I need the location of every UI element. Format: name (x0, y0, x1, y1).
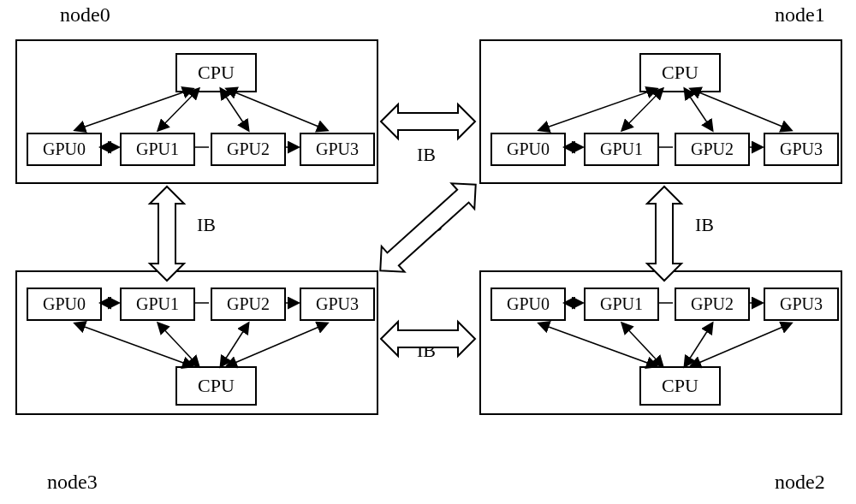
node1-gpu0: GPU0 (490, 133, 566, 166)
node2-cpu: CPU (639, 366, 721, 406)
node1-gpu1: GPU1 (584, 133, 659, 166)
ib-label-top: IB (417, 144, 436, 166)
ib-arrow-left (150, 187, 184, 281)
ib-label-left: IB (197, 214, 216, 236)
node2-gpu2: GPU2 (675, 288, 750, 321)
node0-gpu0: GPU0 (27, 133, 102, 166)
ib-arrow-top (381, 104, 475, 139)
node3-gpu3: GPU3 (300, 288, 375, 321)
ib-label-bottom: IB (417, 340, 436, 362)
label-node2: node2 (775, 471, 825, 494)
node0-gpu3: GPU3 (300, 133, 375, 166)
node0-cpu: CPU (175, 53, 257, 92)
node1-cpu: CPU (639, 53, 721, 92)
ib-label-right: IB (695, 214, 714, 236)
node3-gpu1: GPU1 (120, 288, 195, 321)
node3-gpu0: GPU0 (27, 288, 102, 321)
node1-gpu2: GPU2 (675, 133, 750, 166)
diagram-canvas: node0 node1 node3 node2 CPU GPU0 GPU1 GP… (0, 0, 856, 504)
label-node3: node3 (47, 471, 98, 494)
ib-arrow-right (647, 187, 681, 281)
node3-gpu2: GPU2 (211, 288, 286, 321)
node2-gpu1: GPU1 (584, 288, 659, 321)
node1-gpu3: GPU3 (764, 133, 839, 166)
node0-gpu1: GPU1 (120, 133, 195, 166)
label-node1: node1 (775, 3, 825, 27)
node0-gpu2: GPU2 (211, 133, 286, 166)
node2-gpu3: GPU3 (764, 288, 839, 321)
node3-cpu: CPU (175, 366, 257, 406)
ib-label-diag: IB (424, 214, 443, 236)
label-node0: node0 (60, 3, 110, 27)
node2-gpu0: GPU0 (490, 288, 566, 321)
